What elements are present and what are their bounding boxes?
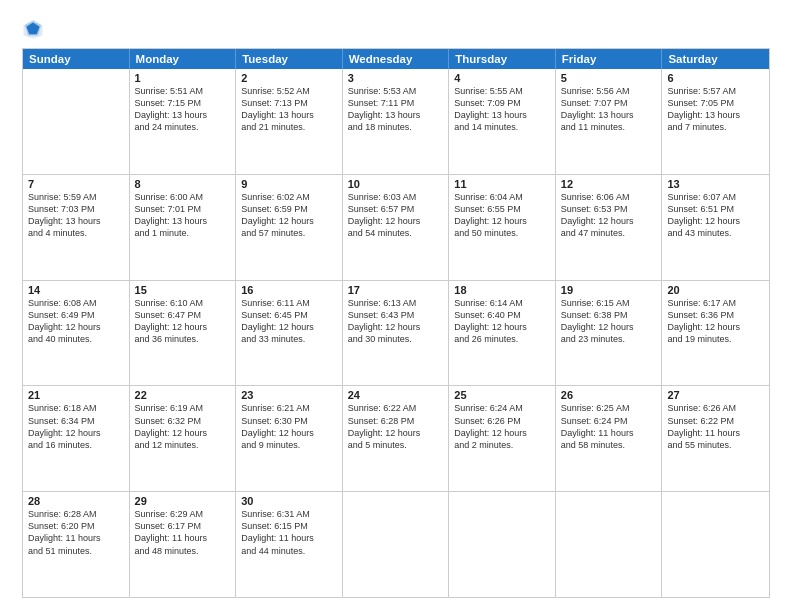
cell-line: Daylight: 13 hours xyxy=(135,215,231,227)
calendar-cell-3: 3Sunrise: 5:53 AMSunset: 7:11 PMDaylight… xyxy=(343,69,450,174)
calendar-cell-19: 19Sunrise: 6:15 AMSunset: 6:38 PMDayligh… xyxy=(556,281,663,386)
cell-line: Daylight: 12 hours xyxy=(454,427,550,439)
cell-line: Sunset: 6:26 PM xyxy=(454,415,550,427)
cell-line: Sunset: 7:11 PM xyxy=(348,97,444,109)
cell-line: Daylight: 12 hours xyxy=(28,321,124,333)
cell-line: and 21 minutes. xyxy=(241,121,337,133)
cell-line: Daylight: 13 hours xyxy=(241,109,337,121)
calendar-row-2: 14Sunrise: 6:08 AMSunset: 6:49 PMDayligh… xyxy=(23,280,769,386)
weekday-header-thursday: Thursday xyxy=(449,49,556,69)
cell-line: Daylight: 12 hours xyxy=(348,215,444,227)
cell-line: Sunset: 7:13 PM xyxy=(241,97,337,109)
day-number: 24 xyxy=(348,389,444,401)
cell-line: Sunset: 6:22 PM xyxy=(667,415,764,427)
cell-line: Sunrise: 6:03 AM xyxy=(348,191,444,203)
cell-line: Sunset: 6:17 PM xyxy=(135,520,231,532)
weekday-header-wednesday: Wednesday xyxy=(343,49,450,69)
calendar-cell-14: 14Sunrise: 6:08 AMSunset: 6:49 PMDayligh… xyxy=(23,281,130,386)
logo xyxy=(22,18,48,40)
cell-line: and 19 minutes. xyxy=(667,333,764,345)
cell-line: Sunset: 6:53 PM xyxy=(561,203,657,215)
day-number: 10 xyxy=(348,178,444,190)
cell-line: Sunset: 6:59 PM xyxy=(241,203,337,215)
cell-line: Daylight: 13 hours xyxy=(348,109,444,121)
day-number: 12 xyxy=(561,178,657,190)
cell-line: and 51 minutes. xyxy=(28,545,124,557)
calendar-cell-empty xyxy=(556,492,663,597)
calendar-cell-23: 23Sunrise: 6:21 AMSunset: 6:30 PMDayligh… xyxy=(236,386,343,491)
cell-line: Sunset: 6:55 PM xyxy=(454,203,550,215)
calendar-cell-5: 5Sunrise: 5:56 AMSunset: 7:07 PMDaylight… xyxy=(556,69,663,174)
cell-line: Sunset: 6:38 PM xyxy=(561,309,657,321)
cell-line: Sunset: 7:09 PM xyxy=(454,97,550,109)
calendar-cell-empty xyxy=(343,492,450,597)
cell-line: and 44 minutes. xyxy=(241,545,337,557)
weekday-header-saturday: Saturday xyxy=(662,49,769,69)
day-number: 25 xyxy=(454,389,550,401)
cell-line: Sunrise: 5:51 AM xyxy=(135,85,231,97)
cell-line: and 50 minutes. xyxy=(454,227,550,239)
cell-line: Sunset: 6:34 PM xyxy=(28,415,124,427)
day-number: 18 xyxy=(454,284,550,296)
cell-line: Sunset: 6:49 PM xyxy=(28,309,124,321)
cell-line: Sunrise: 6:25 AM xyxy=(561,402,657,414)
calendar-cell-4: 4Sunrise: 5:55 AMSunset: 7:09 PMDaylight… xyxy=(449,69,556,174)
cell-line: and 14 minutes. xyxy=(454,121,550,133)
cell-line: and 12 minutes. xyxy=(135,439,231,451)
calendar-cell-18: 18Sunrise: 6:14 AMSunset: 6:40 PMDayligh… xyxy=(449,281,556,386)
cell-line: Sunrise: 6:07 AM xyxy=(667,191,764,203)
cell-line: Sunset: 6:28 PM xyxy=(348,415,444,427)
cell-line: and 4 minutes. xyxy=(28,227,124,239)
cell-line: Sunrise: 6:04 AM xyxy=(454,191,550,203)
cell-line: and 57 minutes. xyxy=(241,227,337,239)
cell-line: Sunrise: 6:31 AM xyxy=(241,508,337,520)
cell-line: Daylight: 12 hours xyxy=(135,427,231,439)
cell-line: Daylight: 13 hours xyxy=(28,215,124,227)
cell-line: Daylight: 13 hours xyxy=(454,109,550,121)
cell-line: Sunrise: 6:10 AM xyxy=(135,297,231,309)
calendar-cell-10: 10Sunrise: 6:03 AMSunset: 6:57 PMDayligh… xyxy=(343,175,450,280)
logo-icon xyxy=(22,18,44,40)
calendar-cell-20: 20Sunrise: 6:17 AMSunset: 6:36 PMDayligh… xyxy=(662,281,769,386)
cell-line: Daylight: 13 hours xyxy=(135,109,231,121)
calendar-row-4: 28Sunrise: 6:28 AMSunset: 6:20 PMDayligh… xyxy=(23,491,769,597)
calendar-cell-7: 7Sunrise: 5:59 AMSunset: 7:03 PMDaylight… xyxy=(23,175,130,280)
calendar-cell-6: 6Sunrise: 5:57 AMSunset: 7:05 PMDaylight… xyxy=(662,69,769,174)
cell-line: and 55 minutes. xyxy=(667,439,764,451)
cell-line: Daylight: 12 hours xyxy=(561,215,657,227)
day-number: 21 xyxy=(28,389,124,401)
cell-line: Sunset: 7:15 PM xyxy=(135,97,231,109)
cell-line: Sunrise: 6:28 AM xyxy=(28,508,124,520)
day-number: 15 xyxy=(135,284,231,296)
cell-line: Sunset: 6:32 PM xyxy=(135,415,231,427)
cell-line: Sunrise: 6:22 AM xyxy=(348,402,444,414)
cell-line: Daylight: 12 hours xyxy=(28,427,124,439)
day-number: 28 xyxy=(28,495,124,507)
cell-line: and 1 minute. xyxy=(135,227,231,239)
calendar-cell-17: 17Sunrise: 6:13 AMSunset: 6:43 PMDayligh… xyxy=(343,281,450,386)
day-number: 13 xyxy=(667,178,764,190)
cell-line: and 58 minutes. xyxy=(561,439,657,451)
day-number: 3 xyxy=(348,72,444,84)
calendar-cell-11: 11Sunrise: 6:04 AMSunset: 6:55 PMDayligh… xyxy=(449,175,556,280)
cell-line: Daylight: 12 hours xyxy=(454,321,550,333)
cell-line: Sunrise: 6:29 AM xyxy=(135,508,231,520)
cell-line: and 24 minutes. xyxy=(135,121,231,133)
cell-line: Sunrise: 6:06 AM xyxy=(561,191,657,203)
day-number: 11 xyxy=(454,178,550,190)
cell-line: and 33 minutes. xyxy=(241,333,337,345)
day-number: 29 xyxy=(135,495,231,507)
day-number: 5 xyxy=(561,72,657,84)
cell-line: Sunset: 7:03 PM xyxy=(28,203,124,215)
cell-line: Daylight: 11 hours xyxy=(241,532,337,544)
cell-line: and 30 minutes. xyxy=(348,333,444,345)
day-number: 7 xyxy=(28,178,124,190)
cell-line: Sunset: 7:07 PM xyxy=(561,97,657,109)
cell-line: and 47 minutes. xyxy=(561,227,657,239)
calendar-cell-26: 26Sunrise: 6:25 AMSunset: 6:24 PMDayligh… xyxy=(556,386,663,491)
cell-line: and 9 minutes. xyxy=(241,439,337,451)
cell-line: Daylight: 12 hours xyxy=(348,321,444,333)
cell-line: Daylight: 12 hours xyxy=(667,215,764,227)
calendar-cell-2: 2Sunrise: 5:52 AMSunset: 7:13 PMDaylight… xyxy=(236,69,343,174)
day-number: 8 xyxy=(135,178,231,190)
